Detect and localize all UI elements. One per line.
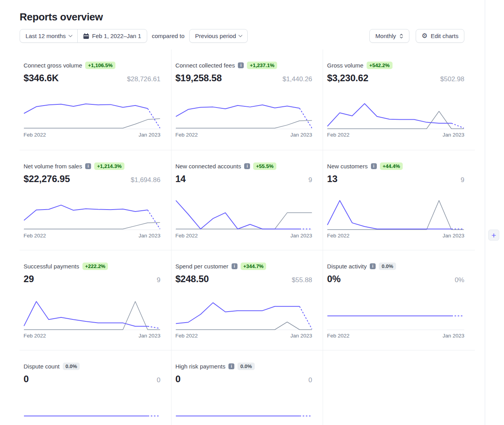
metric-card-header: New customers i +44.4% <box>327 162 464 170</box>
axis-end-label: Jan 2023 <box>139 233 161 239</box>
metric-values-row: $248.50 $55.88 <box>175 274 312 285</box>
change-badge: +344.7% <box>241 263 267 270</box>
grid-cell: Gross volume +542.2% $3,230.62 $502.98 F… <box>323 49 475 150</box>
calendar-icon <box>83 33 89 39</box>
metric-card: Net volume from sales i +1,214.3% $22,27… <box>24 162 161 239</box>
chart-axis: Feb 2022 Jan 2023 <box>327 132 464 138</box>
info-icon[interactable]: i <box>370 263 376 269</box>
metric-card: Connect collected fees i +1,237.1% $19,2… <box>175 61 312 138</box>
comparison-value: $1,440.26 <box>283 75 312 83</box>
grid-cell: Dispute activity i 0.0% 0% 0% Feb 2022 J… <box>323 250 475 350</box>
axis-end-label: Jan 2023 <box>139 132 161 138</box>
comparison-value: 0 <box>157 376 160 384</box>
metric-values-row: 13 9 <box>327 173 464 185</box>
metric-label: Connect collected fees <box>175 62 235 69</box>
change-badge: +44.4% <box>380 162 403 170</box>
trend-chart[interactable] <box>327 95 464 130</box>
metric-card-header: Spend per customer i +344.7% <box>175 262 312 270</box>
comparison-value: 9 <box>157 276 160 284</box>
trend-chart[interactable] <box>175 396 312 425</box>
chart-axis: Feb 2022 Jan 2023 <box>327 233 464 239</box>
metric-card-header: Successful payments +222.2% <box>24 262 161 270</box>
add-chart-button[interactable]: + <box>488 230 499 241</box>
chevron-down-icon <box>68 33 72 37</box>
metric-values-row: $22,276.95 $1,694.86 <box>24 173 161 185</box>
info-icon[interactable]: i <box>238 62 244 68</box>
granularity-label: Monthly <box>375 33 396 39</box>
axis-end-label: Jan 2023 <box>290 233 312 239</box>
up-down-chevrons-icon <box>399 33 404 39</box>
comparison-period-label: Previous period <box>195 33 236 39</box>
info-icon[interactable]: i <box>228 363 234 369</box>
page-divider <box>485 0 485 425</box>
toolbar: Last 12 months Feb 1, 2022–Jan 1 compare… <box>20 29 464 43</box>
info-icon[interactable]: i <box>371 163 377 169</box>
info-icon[interactable]: i <box>244 163 250 169</box>
metric-value: 0 <box>175 374 181 385</box>
change-badge: +55.5% <box>253 162 276 170</box>
trend-chart[interactable] <box>327 296 464 331</box>
metric-values-row: 0 0 <box>175 374 312 385</box>
trend-chart[interactable] <box>175 95 312 130</box>
comparison-value: $502.98 <box>440 75 464 83</box>
chart-axis: Feb 2022 Jan 2023 <box>175 132 312 138</box>
header: Reports overview Last 12 months Feb 1, 2… <box>0 0 504 43</box>
grid-cell-empty <box>323 350 475 425</box>
metric-values-row: $346.6K $28,726.61 <box>24 73 161 84</box>
metric-label: Dispute count <box>24 363 60 370</box>
metric-value: $22,276.95 <box>24 173 70 184</box>
info-icon[interactable]: i <box>232 263 237 269</box>
comparison-value: 9 <box>461 176 464 184</box>
metric-values-row: 14 9 <box>175 173 312 185</box>
metric-card: Connect gross volume +1,106.5% $346.6K $… <box>24 61 161 138</box>
metric-values-row: 0% 0% <box>327 274 464 285</box>
trend-chart[interactable] <box>24 396 161 425</box>
metric-card: Dispute count 0.0% 0 0 Feb 2022 Jan 2023 <box>24 362 161 425</box>
metric-value: 0% <box>327 274 340 285</box>
chart-axis: Feb 2022 Jan 2023 <box>327 333 464 339</box>
date-range-button[interactable]: Feb 1, 2022–Jan 1 <box>77 29 147 43</box>
date-range-label: Feb 1, 2022–Jan 1 <box>92 33 141 39</box>
axis-end-label: Jan 2023 <box>442 132 464 138</box>
metric-card-header: Connect gross volume +1,106.5% <box>24 61 161 69</box>
change-badge: +1,106.5% <box>85 62 115 69</box>
change-badge: +542.2% <box>367 62 393 69</box>
change-badge: +222.2% <box>82 263 108 270</box>
trend-chart[interactable] <box>24 95 161 130</box>
granularity-select[interactable]: Monthly <box>369 29 409 43</box>
trend-chart[interactable] <box>175 196 312 231</box>
axis-start-label: Feb 2022 <box>327 233 349 239</box>
toolbar-right: Monthly ⚙ Edit charts <box>369 29 464 43</box>
info-icon[interactable]: i <box>85 163 91 169</box>
metric-card-header: Net volume from sales i +1,214.3% <box>24 162 161 170</box>
trend-chart[interactable] <box>24 196 161 231</box>
chart-axis: Feb 2022 Jan 2023 <box>24 333 161 339</box>
comparison-value: $55.88 <box>292 276 312 284</box>
metric-value: $346.6K <box>24 73 58 84</box>
metric-values-row: $3,230.62 $502.98 <box>327 73 464 84</box>
edit-charts-button[interactable]: ⚙ Edit charts <box>416 29 464 43</box>
range-preset-label: Last 12 months <box>26 33 66 39</box>
metric-card-header: Gross volume +542.2% <box>327 61 464 69</box>
metric-value: 13 <box>327 173 337 184</box>
edit-charts-label: Edit charts <box>431 33 458 39</box>
axis-end-label: Jan 2023 <box>442 333 464 339</box>
change-badge: 0.0% <box>237 363 255 370</box>
metric-label: Spend per customer <box>175 263 228 270</box>
comparison-value: $1,694.86 <box>131 176 161 184</box>
trend-chart[interactable] <box>24 296 161 331</box>
metric-card: High risk payments i 0.0% 0 0 Feb 2022 J… <box>175 362 312 425</box>
axis-end-label: Jan 2023 <box>139 333 161 339</box>
chart-axis: Feb 2022 Jan 2023 <box>24 233 161 239</box>
comparison-period-button[interactable]: Previous period <box>189 29 248 43</box>
metric-value: $248.50 <box>175 274 209 285</box>
trend-chart[interactable] <box>327 196 464 231</box>
grid-cell: Connect collected fees i +1,237.1% $19,2… <box>172 49 323 150</box>
axis-start-label: Feb 2022 <box>175 132 198 138</box>
trend-chart[interactable] <box>175 296 312 331</box>
metric-values-row: 0 0 <box>24 374 161 385</box>
date-range-control: Last 12 months Feb 1, 2022–Jan 1 <box>20 29 147 43</box>
metric-card: Spend per customer i +344.7% $248.50 $55… <box>175 262 312 339</box>
range-preset-button[interactable]: Last 12 months <box>20 29 78 43</box>
grid-cell: Successful payments +222.2% 29 9 Feb 202… <box>20 250 172 350</box>
